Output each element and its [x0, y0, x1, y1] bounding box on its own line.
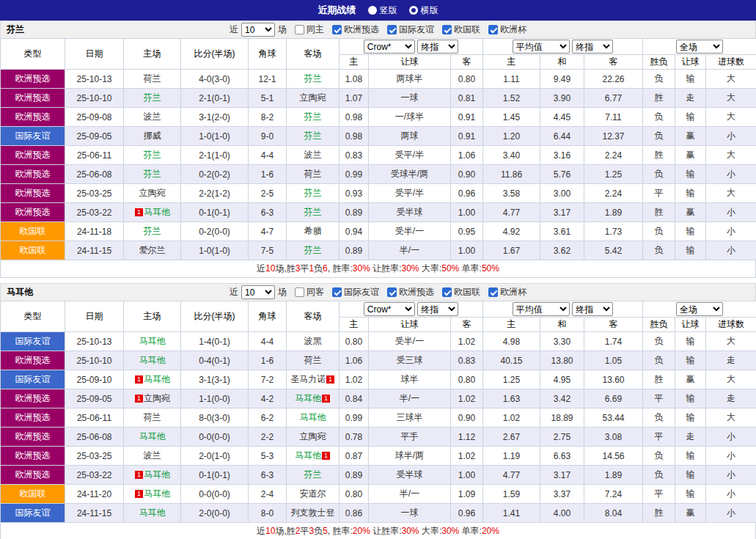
team-link[interactable]: 立陶宛	[139, 188, 166, 198]
team-link[interactable]: 圣马力诺	[290, 374, 326, 384]
filter-checkbox[interactable]: 国际友谊	[387, 23, 434, 36]
checkbox-icon[interactable]	[387, 287, 397, 297]
team-link[interactable]: 马耳他	[300, 412, 326, 422]
team-link[interactable]: 挪威	[144, 131, 161, 141]
avg-home-cell: 1.41	[483, 504, 540, 523]
avg-away-cell: 1.89	[584, 203, 643, 222]
match-date-cell: 25-10-13	[65, 332, 124, 351]
odds-away-cell: 0.90	[451, 408, 483, 428]
filter-checkbox[interactable]: 欧国联	[442, 23, 480, 36]
team-link[interactable]: 芬兰	[304, 188, 322, 198]
bookmaker-select[interactable]: Crow*	[364, 302, 415, 316]
team-link[interactable]: 芬兰	[144, 92, 161, 103]
team-link[interactable]: 芬兰	[304, 245, 322, 255]
match-count-select[interactable]: 10	[241, 285, 275, 299]
team-link[interactable]: 爱尔兰	[139, 245, 166, 255]
team-link[interactable]: 荷兰	[144, 412, 161, 422]
odds-stage-select[interactable]: 终指	[417, 302, 458, 316]
team-link[interactable]: 荷兰	[144, 73, 161, 84]
team-link[interactable]: 荷兰	[304, 169, 322, 179]
team-link[interactable]: 芬兰	[144, 150, 161, 160]
team-link[interactable]: 马耳他	[144, 207, 170, 217]
team-link[interactable]: 马耳他	[295, 393, 321, 403]
same-venue-filter[interactable]: 同客	[295, 286, 324, 298]
avg-stage-select[interactable]: 终指	[572, 302, 613, 316]
odds-stage-select[interactable]: 终指	[417, 40, 458, 54]
score-cell: 1-0(1-0)	[181, 241, 249, 260]
handicap-result-cell: 输	[675, 447, 706, 466]
team-link[interactable]: 马耳他	[139, 431, 166, 441]
red-card-badge: 1	[326, 375, 334, 384]
odds-away-cell: 0.96	[451, 184, 483, 203]
team-link[interactable]: 立陶宛	[300, 431, 326, 441]
filter-checkbox[interactable]: 国际友谊	[332, 286, 379, 298]
match-count-select[interactable]: 10	[241, 23, 275, 37]
avg-select[interactable]: 平均值	[513, 40, 570, 54]
team-link[interactable]: 芬兰	[304, 111, 322, 122]
handicap-line-cell: 半/一	[369, 241, 451, 260]
filter-checkbox[interactable]: 欧洲预选	[387, 286, 434, 298]
team-link[interactable]: 马耳他	[295, 450, 321, 461]
subcol-avg-away: 客	[584, 55, 643, 70]
team-link[interactable]: 马耳他	[144, 374, 170, 384]
checkbox-label: 欧国联	[454, 23, 480, 36]
team-link[interactable]: 波兰	[304, 150, 322, 160]
away-team-cell: 圣马力诺1	[287, 370, 340, 389]
handicap-result-cell: 输	[675, 351, 706, 370]
subcol-odds-away: 客	[451, 55, 483, 70]
home-team-cell: 波兰	[124, 108, 181, 127]
team-link[interactable]: 波黑	[304, 336, 322, 346]
team-link[interactable]: 立陶宛	[144, 393, 170, 403]
handicap-result-cell: 输	[675, 466, 706, 485]
team-link[interactable]: 安道尔	[300, 488, 326, 499]
scope-select[interactable]: 全场	[676, 40, 723, 54]
filter-checkbox[interactable]: 欧洲杯	[488, 23, 526, 36]
same-venue-filter[interactable]: 同主	[295, 23, 324, 36]
team-link[interactable]: 马耳他	[144, 488, 170, 499]
team-link[interactable]: 列支敦士登	[291, 507, 335, 518]
odds-home-cell: 0.89	[340, 241, 369, 260]
checkbox-icon[interactable]	[488, 25, 498, 34]
filter-checkbox[interactable]: 欧洲预选	[332, 23, 379, 36]
topbar: 近期战绩 竖版 横版	[0, 0, 756, 21]
team-link[interactable]: 波兰	[144, 450, 161, 461]
team-link[interactable]: 马耳他	[139, 507, 166, 518]
radio-icon[interactable]	[409, 6, 418, 15]
checkbox-icon[interactable]	[387, 25, 397, 34]
checkbox-icon[interactable]	[488, 287, 498, 297]
avg-home-cell: 2.67	[483, 428, 540, 447]
filter-checkbox[interactable]: 欧洲杯	[488, 286, 526, 298]
checkbox-icon[interactable]	[332, 287, 342, 297]
layout-radio-vertical[interactable]: 竖版	[368, 4, 397, 17]
team-link[interactable]: 马耳他	[139, 336, 166, 346]
checkbox-icon[interactable]	[332, 25, 342, 34]
team-link[interactable]: 马耳他	[144, 469, 170, 480]
result-cell: 平	[643, 389, 675, 408]
team-link[interactable]: 芬兰	[304, 73, 322, 84]
team-link[interactable]: 芬兰	[304, 207, 322, 217]
team-link[interactable]: 芬兰	[304, 131, 322, 141]
filter-checkbox[interactable]: 欧国联	[442, 286, 480, 298]
record-summary: 近10场,胜2平3负5, 胜率:20% 让胜率:30% 大率:30% 单率:20…	[0, 523, 756, 539]
avg-stage-select[interactable]: 终指	[572, 40, 613, 54]
checkbox-icon[interactable]	[442, 25, 452, 34]
team-link[interactable]: 波兰	[144, 111, 161, 122]
radio-icon[interactable]	[368, 6, 377, 15]
avg-select[interactable]: 平均值	[513, 302, 570, 316]
team-link[interactable]: 荷兰	[304, 355, 322, 365]
avg-home-cell: 1.20	[483, 127, 540, 146]
team-link[interactable]: 立陶宛	[300, 92, 326, 103]
checkbox-icon[interactable]	[295, 287, 304, 297]
checkbox-icon[interactable]	[442, 287, 452, 297]
team-link[interactable]: 马耳他	[139, 355, 166, 365]
bookmaker-select[interactable]: Crow*	[364, 40, 415, 54]
checkbox-icon[interactable]	[295, 25, 304, 34]
goals-result-cell: 小	[706, 428, 756, 447]
layout-radio-horizontal[interactable]: 横版	[409, 4, 438, 17]
match-row: 欧洲预选25-03-25波兰2-0(1-0)5-3马耳他10.87球半/两1.0…	[1, 447, 756, 466]
team-link[interactable]: 希腊	[304, 226, 322, 236]
team-link[interactable]: 芬兰	[304, 469, 322, 480]
team-link[interactable]: 芬兰	[144, 226, 161, 236]
team-link[interactable]: 芬兰	[144, 169, 161, 179]
scope-select[interactable]: 全场	[676, 302, 723, 316]
